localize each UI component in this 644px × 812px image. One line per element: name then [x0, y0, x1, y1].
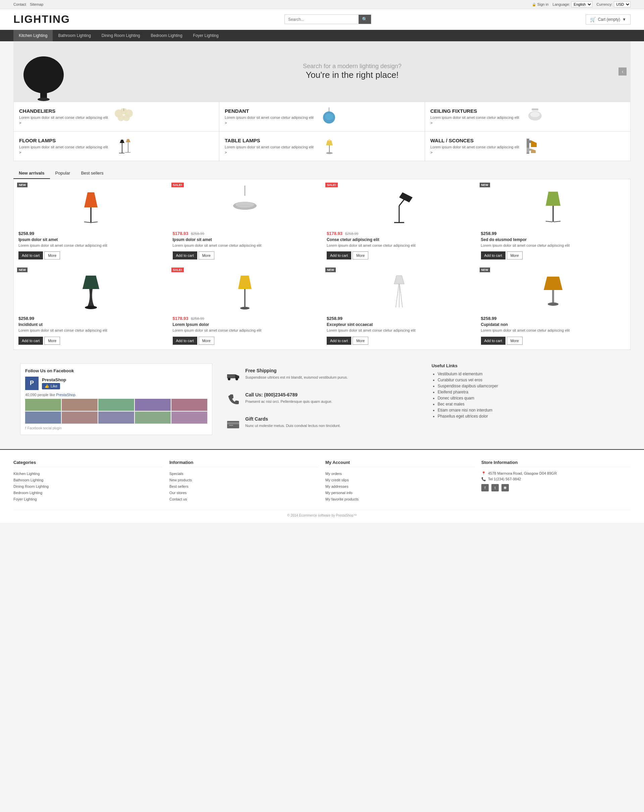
- footer-my-account: My Account My orders My credit slips My …: [325, 460, 475, 503]
- footer-personal-info[interactable]: My personal info: [325, 491, 353, 495]
- useful-link-3[interactable]: Suspendisse dapibus ullamcorper: [438, 384, 498, 388]
- product-image-4: [481, 184, 626, 227]
- product-name-3: Conse ctetur adipiscing elit: [327, 237, 472, 242]
- nav-item-foyer[interactable]: Foyer Lighting: [188, 30, 224, 41]
- tab-best-sellers[interactable]: Best sellers: [76, 168, 109, 179]
- search-button[interactable]: 🔍: [359, 15, 371, 24]
- giftcards-info: Gift Cards Nunc ut molestie metus. Duis …: [226, 412, 418, 436]
- useful-link-6[interactable]: Bec erat males: [438, 402, 464, 406]
- cart-button[interactable]: 🛒 Cart (empty) ▼: [586, 14, 630, 24]
- table-lamps-desc: Lorem ipsum dolor sit amet conse ctetur …: [225, 145, 314, 150]
- add-to-cart-3[interactable]: Add to cart: [327, 252, 351, 259]
- more-btn-2[interactable]: More: [199, 252, 214, 259]
- search-input[interactable]: [285, 15, 359, 24]
- signin-button[interactable]: 🔒 Sign in: [532, 2, 549, 6]
- shipping-info: Free Shipping Suspendisse ultrices est m…: [226, 363, 418, 388]
- svg-line-47: [554, 221, 560, 222]
- footer-info-best-sellers[interactable]: Best sellers: [169, 484, 189, 488]
- giftcards-content: Gift Cards Nunc ut molestie metus. Duis …: [245, 416, 341, 429]
- language-dropdown[interactable]: English: [571, 2, 592, 8]
- fb-followers: 40,090 people like PrestaShop.: [25, 393, 207, 397]
- nav-item-dining[interactable]: Dining Room Lighting: [96, 30, 146, 41]
- pendant-link[interactable]: >: [225, 121, 227, 125]
- svg-point-63: [236, 378, 238, 380]
- svg-point-24: [328, 139, 330, 141]
- svg-marker-30: [531, 149, 536, 153]
- sconces-link[interactable]: >: [430, 150, 432, 154]
- facebook-title: Follow Us on Facebook: [25, 368, 207, 373]
- footer-categories: Categories Kitchen Lighting Bathroom Lig…: [14, 460, 163, 503]
- add-to-cart-2[interactable]: Add to cart: [173, 252, 197, 259]
- rss-social-icon[interactable]: ◉: [501, 484, 509, 491]
- footer-cat-bathroom[interactable]: Bathroom Lighting: [14, 478, 43, 482]
- more-btn-4[interactable]: More: [507, 252, 522, 259]
- ceiling-link[interactable]: >: [430, 121, 432, 125]
- twitter-social-icon[interactable]: t: [492, 484, 499, 491]
- useful-link-item-7: Etiam ornare nisi non interdum: [438, 408, 624, 412]
- sitemap-link[interactable]: Sitemap: [30, 2, 43, 6]
- product-desc-4: Lorem ipsum dolor sit amet conse ctetur …: [481, 243, 626, 248]
- footer-cat-foyer[interactable]: Foyer Lighting: [14, 497, 37, 501]
- useful-link-5[interactable]: Donec ultrices quam: [438, 396, 474, 400]
- nav-item-bedroom[interactable]: Bedroom Lighting: [146, 30, 188, 41]
- add-to-cart-4[interactable]: Add to cart: [481, 252, 505, 259]
- more-btn-5[interactable]: More: [44, 337, 60, 345]
- pendant-info: PENDANT Lorem ipsum dolor sit amet conse…: [225, 108, 314, 125]
- nav-item-kitchen[interactable]: Kitchen Lighting: [14, 30, 53, 41]
- product-card-1: NEW $258.99 Ipsum dolor sit amet Lorem i…: [14, 179, 168, 264]
- footer-favorite-products[interactable]: My favorite products: [325, 497, 359, 501]
- useful-link-4[interactable]: Eleifend pharetra: [438, 390, 468, 394]
- fb-social-plugin: f Facebook social plugin: [25, 426, 207, 430]
- more-btn-7[interactable]: More: [353, 337, 368, 345]
- table-lamps-icon: [318, 137, 341, 156]
- more-btn-1[interactable]: More: [44, 252, 60, 259]
- fb-like-button[interactable]: 👍 Like: [42, 383, 60, 389]
- fb-followers-link[interactable]: PrestaShop: [56, 393, 75, 397]
- add-to-cart-8[interactable]: Add to cart: [481, 337, 505, 345]
- product-desc-3: Lorem ipsum dolor sit amet conse ctetur …: [327, 243, 472, 248]
- hero-next-arrow[interactable]: ‹: [618, 67, 627, 76]
- table-lamps-title: TABLE LAMPS: [225, 137, 314, 143]
- nav-item-bathroom[interactable]: Bathroom Lighting: [53, 30, 96, 41]
- footer-credit-slips[interactable]: My credit slips: [325, 478, 349, 482]
- footer-cat-kitchen[interactable]: Kitchen Lighting: [14, 472, 40, 476]
- useful-link-2[interactable]: Curabitur cursus vel eros: [438, 378, 482, 382]
- add-to-cart-7[interactable]: Add to cart: [327, 337, 351, 345]
- product-card-4: NEW $258.99 Sed do eiusmod tempor Lorem …: [476, 179, 630, 264]
- footer-info-specials[interactable]: Specials: [169, 472, 183, 476]
- footer-info-our-stores[interactable]: Our stores: [169, 491, 186, 495]
- useful-link-1[interactable]: Vestibulum id elementum: [438, 372, 483, 376]
- footer-bottom: © 2014 Ecommerce software by PrestaShop™: [14, 510, 630, 517]
- add-to-cart-1[interactable]: Add to cart: [18, 252, 43, 259]
- language-selector: Language: English: [553, 2, 592, 8]
- tab-popular[interactable]: Popular: [50, 168, 76, 179]
- currency-dropdown[interactable]: USD: [614, 2, 630, 8]
- table-lamps-link[interactable]: >: [225, 150, 227, 154]
- svg-marker-57: [544, 276, 562, 290]
- add-to-cart-5[interactable]: Add to cart: [18, 337, 43, 345]
- floor-lamps-link[interactable]: >: [19, 150, 21, 154]
- chandeliers-link[interactable]: >: [19, 121, 21, 125]
- useful-link-7[interactable]: Etiam ornare nisi non interdum: [438, 408, 492, 412]
- social-icons: f t ◉: [481, 484, 630, 491]
- footer-info-contact[interactable]: Contact us: [169, 497, 187, 501]
- product-card-3: SALE! $178.93 $258.99 Conse ctetur adipi…: [322, 179, 476, 264]
- footer-orders[interactable]: My orders: [325, 472, 342, 476]
- product-actions-1: Add to cart More: [18, 252, 163, 259]
- facebook-social-icon[interactable]: f: [481, 484, 489, 491]
- logo: LIGHTING: [14, 13, 70, 26]
- footer-cat-dining[interactable]: Dining Room Lighting: [14, 484, 49, 488]
- more-btn-6[interactable]: More: [199, 337, 214, 345]
- shipping-content: Free Shipping Suspendisse ultrices est m…: [245, 368, 348, 380]
- footer-addresses[interactable]: My addresses: [325, 484, 348, 488]
- footer-cat-bedroom[interactable]: Bedroom Lighting: [14, 491, 42, 495]
- more-btn-3[interactable]: More: [353, 252, 368, 259]
- useful-link-8[interactable]: Phasellus eget ultrices dolor: [438, 414, 488, 418]
- footer-info-new-products[interactable]: New products: [169, 478, 192, 482]
- fb-photo-1: [25, 399, 61, 411]
- svg-point-14: [530, 112, 540, 117]
- add-to-cart-6[interactable]: Add to cart: [173, 337, 197, 345]
- tab-new-arrivals[interactable]: New arrivals: [14, 168, 50, 179]
- more-btn-8[interactable]: More: [507, 337, 522, 345]
- contact-link[interactable]: Contact: [14, 2, 26, 6]
